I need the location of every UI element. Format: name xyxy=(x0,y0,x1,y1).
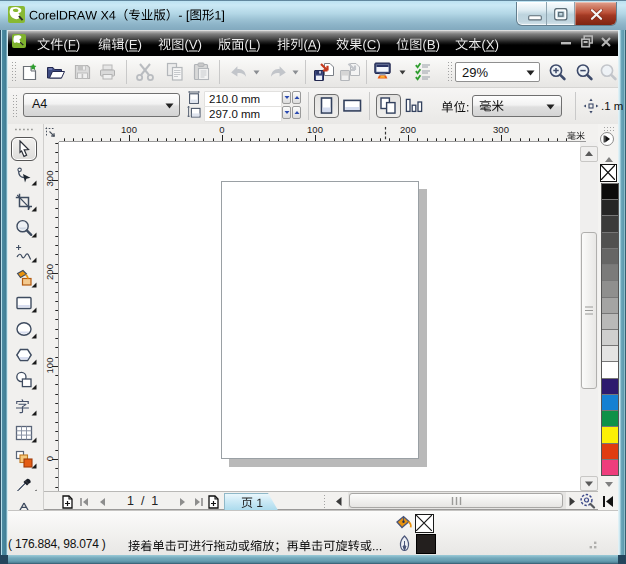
svg-text:0: 0 xyxy=(44,456,55,461)
svg-text:0: 0 xyxy=(219,124,224,135)
svg-text:100: 100 xyxy=(121,124,137,135)
svg-text:300: 300 xyxy=(493,124,509,135)
svg-text:300: 300 xyxy=(44,171,55,187)
svg-text:100: 100 xyxy=(44,358,55,374)
svg-text:200: 200 xyxy=(400,124,416,135)
svg-text:100: 100 xyxy=(307,124,323,135)
svg-text:200: 200 xyxy=(44,264,55,280)
